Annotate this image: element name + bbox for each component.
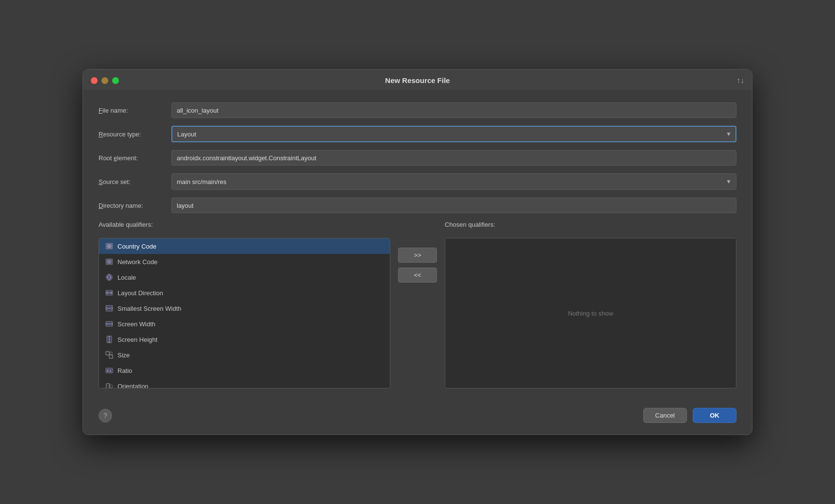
root-element-row: Root element: — [99, 150, 736, 166]
close-button[interactable] — [91, 77, 98, 84]
screen-height-icon — [105, 335, 114, 344]
qualifier-item-locale[interactable]: Locale — [99, 269, 390, 285]
screen-width-icon — [105, 319, 114, 328]
directory-name-input[interactable] — [171, 198, 736, 213]
svg-rect-15 — [106, 384, 110, 388]
footer-actions: Cancel OK — [643, 408, 736, 423]
svg-rect-11 — [109, 355, 113, 358]
file-name-row: File name: — [99, 102, 736, 118]
qualifier-label-locale: Locale — [117, 274, 136, 281]
root-element-input[interactable] — [171, 150, 736, 166]
svg-rect-10 — [106, 352, 109, 355]
traffic-lights — [91, 77, 119, 84]
resource-type-wrapper: Layout Values Drawable Menu Color String… — [171, 126, 736, 142]
available-qualifiers-list[interactable]: Country Code Network Code — [99, 238, 390, 388]
locale-icon — [105, 273, 114, 282]
qualifier-item-size[interactable]: Size — [99, 347, 390, 363]
qualifier-item-screen-width[interactable]: Screen Width — [99, 316, 390, 332]
orientation-icon — [105, 382, 114, 388]
new-resource-file-dialog: New Resource File ↑↓ File name: Resource… — [83, 69, 752, 435]
qualifier-label-screen-width: Screen Width — [117, 320, 155, 328]
cancel-button[interactable]: Cancel — [643, 408, 687, 423]
file-name-label: File name: — [99, 107, 171, 114]
network-code-icon — [105, 257, 114, 266]
help-button[interactable]: ? — [99, 409, 112, 422]
file-name-input[interactable] — [171, 102, 736, 118]
qualifier-item-layout-direction[interactable]: Layout Direction — [99, 285, 390, 301]
qualifiers-section: Available qualifiers: Chosen qualifiers: — [99, 221, 736, 388]
qualifier-item-orientation[interactable]: Orientation — [99, 378, 390, 388]
country-code-icon — [105, 242, 114, 251]
resource-type-select[interactable]: Layout Values Drawable Menu Color String… — [171, 126, 736, 142]
dialog-footer: ? Cancel OK — [83, 400, 752, 435]
chosen-qualifiers-header: Chosen qualifiers: — [445, 221, 736, 228]
qualifier-item-ratio[interactable]: 4:1 Ratio — [99, 363, 390, 378]
svg-rect-12 — [110, 352, 112, 354]
source-set-row: Source set: main src/main/res ▼ — [99, 173, 736, 190]
ratio-icon: 4:1 — [105, 366, 114, 375]
layout-direction-icon — [105, 288, 114, 297]
dialog-body: File name: Resource type: Layout Values … — [83, 91, 752, 400]
svg-text:4:1: 4:1 — [107, 369, 112, 372]
qualifier-label-screen-height: Screen Height — [117, 336, 157, 343]
qualifier-label-layout-direction: Layout Direction — [117, 289, 163, 297]
svg-rect-16 — [109, 385, 113, 387]
resource-type-label: Resource type: — [99, 131, 171, 138]
nothing-to-show-text: Nothing to show — [568, 310, 613, 317]
remove-qualifier-button[interactable]: << — [398, 268, 437, 283]
qualifier-item-country-code[interactable]: Country Code — [99, 238, 390, 254]
qualifier-item-screen-height[interactable]: Screen Height — [99, 332, 390, 347]
qualifier-label-size: Size — [117, 352, 130, 359]
directory-name-label: Directory name: — [99, 202, 171, 209]
available-qualifiers-header: Available qualifiers: — [99, 221, 390, 228]
transfer-buttons: >> << — [398, 238, 437, 283]
titlebar: New Resource File ↑↓ — [83, 69, 752, 91]
add-qualifier-button[interactable]: >> — [398, 248, 437, 263]
qualifier-label-smallest-screen-width: Smallest Screen Width — [117, 305, 182, 312]
minimize-button[interactable] — [101, 77, 108, 84]
qualifier-label-orientation: Orientation — [117, 383, 149, 389]
source-set-select[interactable]: main src/main/res — [171, 173, 736, 190]
source-set-wrapper: main src/main/res ▼ — [171, 173, 736, 190]
qualifier-item-network-code[interactable]: Network Code — [99, 254, 390, 269]
sort-icon[interactable]: ↑↓ — [736, 76, 744, 85]
directory-name-row: Directory name: — [99, 198, 736, 213]
smallest-screen-width-icon — [105, 304, 114, 313]
qualifier-item-smallest-screen-width[interactable]: Smallest Screen Width — [99, 301, 390, 316]
qualifier-label-network-code: Network Code — [117, 258, 157, 266]
maximize-button[interactable] — [112, 77, 119, 84]
qualifiers-container: Country Code Network Code — [99, 238, 736, 388]
chosen-qualifiers-list: Nothing to show — [445, 238, 736, 388]
qualifier-label-ratio: Ratio — [117, 367, 132, 374]
resource-type-row: Resource type: Layout Values Drawable Me… — [99, 126, 736, 142]
source-set-label: Source set: — [99, 178, 171, 185]
root-element-label: Root element: — [99, 154, 171, 162]
qualifier-label-country-code: Country Code — [117, 243, 156, 250]
ok-button[interactable]: OK — [693, 408, 736, 423]
size-icon — [105, 351, 114, 359]
dialog-title: New Resource File — [385, 76, 450, 84]
